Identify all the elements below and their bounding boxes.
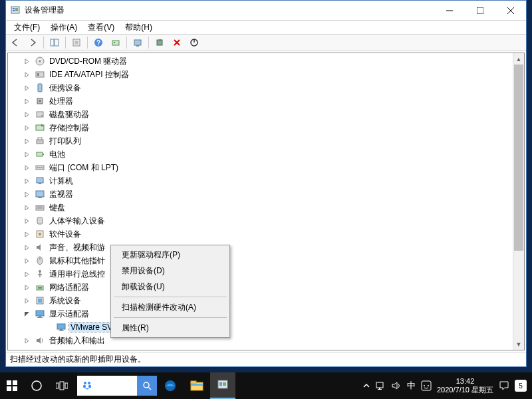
- update-driver-button[interactable]: [130, 35, 146, 50]
- svg-rect-75: [65, 383, 68, 388]
- clock-time: 13:42: [437, 377, 493, 386]
- svg-rect-38: [43, 154, 44, 155]
- chevron-icon[interactable]: [23, 218, 31, 224]
- search-box[interactable]: [77, 376, 157, 396]
- volume-icon[interactable]: [391, 381, 402, 390]
- chevron-icon[interactable]: [23, 112, 31, 118]
- svg-rect-67: [59, 331, 64, 331]
- maximize-button[interactable]: [465, 1, 495, 21]
- properties-button[interactable]: [68, 35, 84, 50]
- tree-item[interactable]: 音频输入和输出: [8, 334, 524, 347]
- tree-item[interactable]: DVD/CD-ROM 驱动器: [8, 55, 524, 68]
- device-tree[interactable]: DVD/CD-ROM 驱动器IDE ATA/ATAPI 控制器便携设备处理器磁盘…: [8, 53, 524, 348]
- ctx-uninstall-device[interactable]: 卸载设备(U): [112, 279, 228, 295]
- chevron-icon[interactable]: [23, 258, 31, 264]
- ctx-update-driver[interactable]: 更新驱动程序(P): [112, 247, 228, 263]
- scroll-down-button[interactable]: ▼: [513, 338, 524, 350]
- tree-item-label: 打印队列: [48, 136, 82, 147]
- minimize-button[interactable]: [434, 1, 465, 21]
- ctx-disable-device[interactable]: 禁用设备(D): [112, 263, 228, 279]
- tree-item[interactable]: IDE ATA/ATAPI 控制器: [8, 68, 524, 81]
- system-tray: 中 13:42 2020/7/10 星期五 5: [363, 377, 532, 394]
- chevron-icon[interactable]: [23, 205, 31, 211]
- close-button[interactable]: [495, 1, 526, 21]
- tree-item[interactable]: 便携设备: [8, 81, 524, 94]
- taskbar-edge[interactable]: [157, 372, 184, 399]
- tree-item[interactable]: 计算机: [8, 174, 524, 188]
- chevron-icon[interactable]: [23, 59, 31, 65]
- tree-item[interactable]: 声音、视频和游: [8, 241, 524, 254]
- tree-item[interactable]: 系统设备: [8, 294, 524, 307]
- network-icon[interactable]: [375, 381, 386, 390]
- menu-action[interactable]: 操作(A): [45, 21, 82, 35]
- menu-view[interactable]: 查看(V): [82, 21, 120, 35]
- tree-item-label: DVD/CD-ROM 驱动器: [48, 56, 128, 67]
- device-icon: [35, 242, 45, 253]
- chevron-icon[interactable]: [23, 85, 31, 91]
- tree-item[interactable]: 端口 (COM 和 LPT): [8, 161, 524, 174]
- device-icon: [35, 229, 45, 239]
- chevron-icon[interactable]: [23, 125, 31, 131]
- tree-item[interactable]: 网络适配器: [8, 281, 524, 294]
- tree-item[interactable]: 打印队列: [8, 134, 524, 148]
- tree-item[interactable]: 监视器: [8, 188, 524, 201]
- tree-item[interactable]: 处理器: [8, 94, 524, 108]
- tree-item[interactable]: 通用串行总线控: [8, 267, 524, 281]
- menu-help[interactable]: 帮助(H): [120, 21, 158, 35]
- search-submit-button[interactable]: [137, 376, 157, 396]
- taskbar-explorer[interactable]: [184, 372, 210, 399]
- tree-item[interactable]: 软件设备: [8, 227, 524, 241]
- forward-button[interactable]: [25, 35, 41, 50]
- ctx-scan-hardware[interactable]: 扫描检测硬件改动(A): [112, 299, 228, 315]
- chevron-icon[interactable]: [23, 298, 31, 304]
- start-button[interactable]: [0, 372, 24, 399]
- help-button[interactable]: ?: [90, 35, 106, 50]
- ime-mode-icon[interactable]: [421, 380, 432, 391]
- chevron-icon[interactable]: [23, 98, 31, 104]
- taskbar-device-manager[interactable]: [210, 372, 235, 399]
- uninstall-device-button[interactable]: [152, 35, 168, 50]
- chevron-icon[interactable]: [23, 138, 31, 144]
- menu-file[interactable]: 文件(F): [9, 21, 45, 35]
- notification-badge[interactable]: 5: [515, 380, 527, 392]
- tray-overflow-icon[interactable]: [363, 382, 370, 389]
- chevron-icon[interactable]: [23, 285, 31, 291]
- ctx-separator: [114, 297, 227, 297]
- tree-item[interactable]: 磁盘驱动器: [8, 108, 524, 121]
- chevron-icon[interactable]: [23, 311, 31, 317]
- tree-item[interactable]: 存储控制器: [8, 121, 524, 134]
- scroll-thumb[interactable]: [514, 65, 523, 251]
- chevron-icon[interactable]: [23, 72, 31, 78]
- action-center-icon[interactable]: [499, 380, 509, 391]
- chevron-icon[interactable]: [23, 165, 31, 171]
- scan-hardware-button[interactable]: [108, 35, 124, 50]
- svg-rect-61: [38, 299, 42, 303]
- tree-item[interactable]: 键盘: [8, 201, 524, 214]
- tree-child-item[interactable]: VMware SVGA 3D: [8, 321, 524, 334]
- tree-item[interactable]: 人体学输入设备: [8, 214, 524, 227]
- chevron-icon[interactable]: [23, 178, 31, 184]
- chevron-icon[interactable]: [23, 338, 31, 344]
- task-view-button[interactable]: [49, 372, 74, 399]
- chevron-icon[interactable]: [23, 192, 31, 198]
- vertical-scrollbar[interactable]: ▲ ▼: [513, 53, 524, 350]
- disable-device-button[interactable]: [169, 35, 185, 50]
- chevron-icon[interactable]: [23, 231, 31, 237]
- chevron-icon[interactable]: [23, 245, 31, 251]
- ctx-properties[interactable]: 属性(R): [112, 320, 228, 336]
- svg-rect-85: [191, 384, 203, 386]
- scroll-up-button[interactable]: ▲: [513, 53, 524, 65]
- tree-item[interactable]: 鼠标和其他指针: [8, 254, 524, 267]
- svg-rect-27: [36, 72, 44, 77]
- clock[interactable]: 13:42 2020/7/10 星期五: [437, 377, 493, 394]
- back-button[interactable]: [7, 35, 23, 50]
- device-icon: [35, 202, 45, 213]
- chevron-icon[interactable]: [23, 152, 31, 158]
- tree-item[interactable]: 显示适配器: [8, 307, 524, 321]
- cortana-button[interactable]: [24, 372, 49, 399]
- enable-device-button[interactable]: [186, 35, 202, 50]
- tree-item[interactable]: 电池: [8, 148, 524, 161]
- ime-indicator[interactable]: 中: [407, 380, 416, 392]
- show-hide-tree-button[interactable]: [47, 35, 63, 50]
- chevron-icon[interactable]: [23, 271, 31, 277]
